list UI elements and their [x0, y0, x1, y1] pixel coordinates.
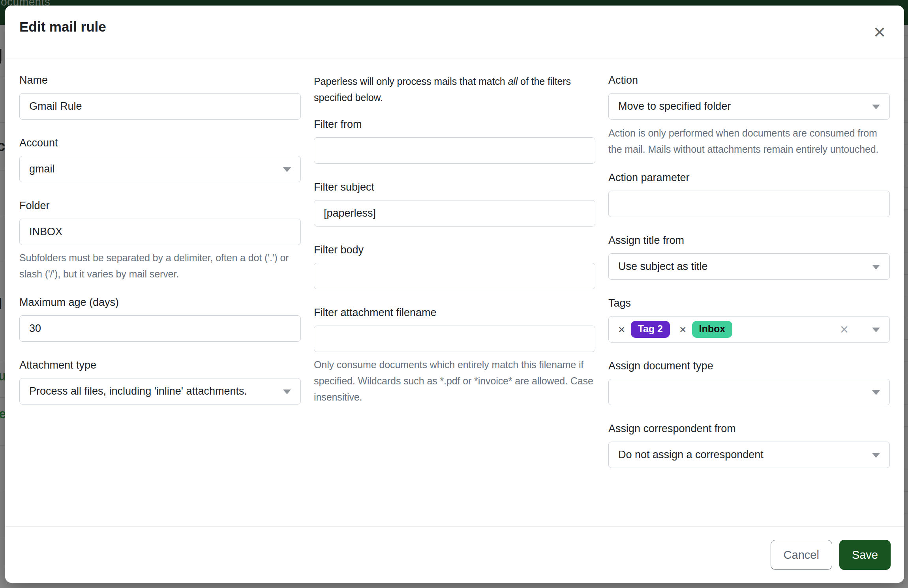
name-label: Name	[19, 73, 301, 87]
chevron-down-icon	[872, 265, 880, 270]
filters-intro-pre: Paperless will only process mails that m…	[314, 76, 508, 87]
chevron-down-icon	[872, 328, 880, 332]
background-page-left-edge: gclue	[0, 25, 5, 588]
dialog-header: Edit mail rule ✕	[5, 6, 904, 58]
background-row-divider	[904, 231, 908, 231]
assign-document-type-select[interactable]	[608, 379, 890, 405]
close-icon[interactable]: ✕	[869, 21, 891, 43]
background-row-divider	[904, 513, 908, 513]
action-select-value: Move to specified folder	[618, 100, 731, 112]
chevron-down-icon	[283, 390, 291, 394]
action-select[interactable]: Move to specified folder	[608, 93, 890, 120]
chevron-down-icon	[872, 105, 880, 109]
background-text-fragment: e	[0, 407, 5, 420]
background-text-fragment: g	[0, 41, 3, 64]
assign-document-type-label: Assign document type	[608, 359, 890, 373]
background-row-divider	[0, 77, 5, 77]
folder-label: Folder	[19, 199, 301, 212]
assign-title-from-value: Use subject as title	[618, 260, 708, 273]
background-row-divider	[904, 101, 908, 101]
filter-attachment-filename-label: Filter attachment filename	[314, 306, 595, 319]
tag-pill: Inbox	[692, 321, 733, 338]
action-parameter-label: Action parameter	[608, 171, 890, 184]
background-row-divider	[0, 397, 5, 398]
account-select-value: gmail	[29, 163, 55, 175]
remove-tag-icon[interactable]: ×	[679, 324, 687, 335]
background-row-divider	[0, 216, 5, 216]
filters-intro-emphasis: all	[508, 76, 518, 87]
column-filters: Paperless will only process mails that m…	[314, 73, 595, 485]
background-row-divider	[0, 445, 5, 446]
account-select[interactable]: gmail	[19, 156, 301, 182]
background-row-divider	[904, 339, 908, 340]
column-actions: Action Move to specified folder Action i…	[608, 73, 890, 485]
background-row-divider	[904, 144, 908, 144]
background-row-divider	[904, 57, 908, 58]
filter-subject-input[interactable]	[314, 200, 595, 227]
background-row-divider	[904, 274, 908, 275]
action-parameter-input[interactable]	[608, 191, 890, 217]
background-row-divider	[904, 318, 908, 318]
attachment-type-label: Attachment type	[19, 358, 301, 372]
background-row-divider	[904, 361, 908, 361]
background-row-divider	[0, 537, 5, 537]
selected-tags: ×Tag 2×Inbox	[618, 321, 742, 338]
filter-body-label: Filter body	[314, 243, 595, 257]
background-row-divider	[0, 491, 5, 491]
cancel-button[interactable]: Cancel	[771, 540, 832, 570]
folder-input[interactable]	[19, 219, 301, 245]
remove-tag-icon[interactable]: ×	[618, 324, 625, 335]
dialog-title: Edit mail rule	[19, 19, 106, 35]
account-label: Account	[19, 136, 301, 150]
attachment-type-select[interactable]: Process all files, including 'inline' at…	[19, 378, 301, 404]
tags-multiselect[interactable]: ×Tag 2×Inbox ×	[608, 316, 890, 343]
filter-from-input[interactable]	[314, 137, 595, 164]
background-row-divider	[0, 262, 5, 262]
background-row-divider	[904, 383, 908, 383]
dialog-footer: Cancel Save	[5, 526, 904, 583]
column-general: Name Account gmail Folder Subfolders mus…	[19, 73, 301, 485]
max-age-label: Maximum age (days)	[19, 296, 301, 309]
background-row-divider	[904, 404, 908, 405]
assign-title-from-label: Assign title from	[608, 234, 890, 247]
folder-hint: Subfolders must be separated by a delimi…	[19, 250, 301, 282]
filter-from-label: Filter from	[314, 118, 595, 131]
background-row-divider	[904, 36, 908, 36]
filter-attachment-filename-hint: Only consume documents which entirely ma…	[314, 357, 595, 405]
assign-correspondent-from-select[interactable]: Do not assign a correspondent	[608, 442, 890, 468]
dialog-body: Name Account gmail Folder Subfolders mus…	[5, 58, 904, 485]
assign-correspondent-from-label: Assign correspondent from	[608, 422, 890, 435]
background-row-divider	[904, 166, 908, 166]
attachment-type-select-value: Process all files, including 'inline' at…	[29, 385, 247, 397]
background-row-divider	[904, 79, 908, 79]
clear-tags-icon[interactable]: ×	[840, 322, 848, 337]
filters-intro-text: Paperless will only process mails that m…	[314, 73, 595, 106]
background-text-fragment: c	[0, 139, 5, 154]
tag-pill: Tag 2	[631, 321, 670, 338]
background-row-divider	[0, 170, 5, 170]
background-row-divider	[904, 122, 908, 123]
filter-subject-label: Filter subject	[314, 180, 595, 194]
assign-correspondent-from-value: Do not assign a correspondent	[618, 449, 764, 461]
background-row-divider	[904, 491, 908, 492]
save-button[interactable]: Save	[839, 540, 891, 570]
assign-title-from-select[interactable]: Use subject as title	[608, 253, 890, 280]
chevron-down-icon	[872, 453, 880, 458]
background-row-divider	[904, 470, 908, 470]
name-input[interactable]	[19, 93, 301, 120]
background-row-divider	[904, 253, 908, 253]
background-row-divider	[0, 362, 5, 362]
tags-label: Tags	[608, 296, 890, 310]
background-row-divider	[904, 448, 908, 448]
background-page-right-edge	[904, 25, 908, 588]
background-row-divider	[904, 209, 908, 210]
background-row-divider	[0, 122, 5, 123]
chevron-down-icon	[872, 390, 880, 395]
action-label: Action	[608, 73, 890, 87]
max-age-input[interactable]	[19, 315, 301, 342]
action-hint: Action is only performed when documents …	[608, 125, 890, 157]
chevron-down-icon	[283, 167, 291, 172]
filter-body-input[interactable]	[314, 263, 595, 289]
filter-attachment-filename-input[interactable]	[314, 326, 595, 352]
background-row-divider	[904, 187, 908, 188]
